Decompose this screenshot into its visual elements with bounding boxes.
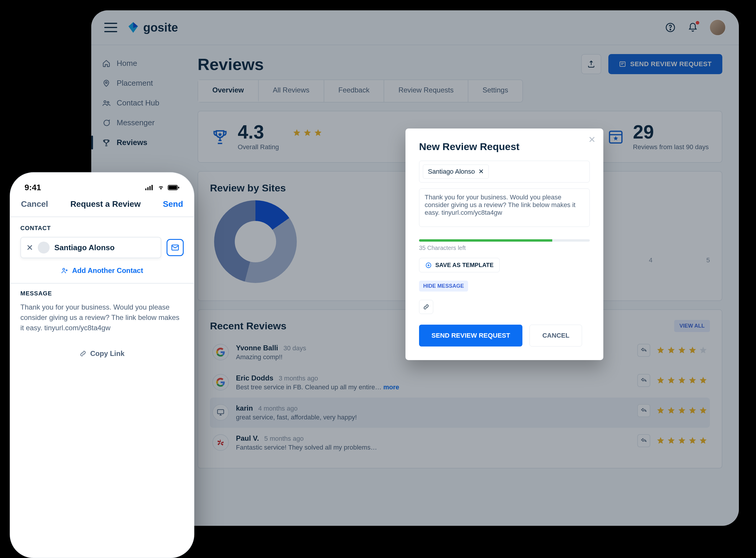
phone-mock: 9:41 Cancel Request a Review Send CONTAC… [10,172,194,558]
email-channel-toggle[interactable] [166,239,184,256]
new-review-request-modal: ✕ New Review Request Santiago Alonso ✕ T… [406,128,603,360]
save-as-template-label: SAVE AS TEMPLATE [435,262,493,269]
mail-icon [171,243,180,252]
copy-link-button[interactable]: Copy Link [20,350,184,358]
svg-rect-9 [145,188,147,190]
save-as-template-button[interactable]: SAVE AS TEMPLATE [419,258,500,272]
link-icon [423,304,429,310]
modal-cancel-button[interactable]: CANCEL [529,325,582,347]
phone-nav: Cancel Request a Review Send [10,195,194,217]
svg-point-17 [63,268,65,270]
status-bar: 9:41 [10,173,194,195]
battery-icon [168,185,180,191]
svg-rect-14 [168,186,177,189]
recipient-name: Santiago Alonso [428,168,475,175]
link-icon [79,350,86,357]
message-textarea[interactable]: Thank you for your business. Would you p… [419,188,590,227]
contact-label: CONTACT [20,225,184,232]
chip-remove-icon[interactable]: ✕ [478,168,484,175]
contact-avatar [38,242,50,253]
wifi-icon [157,185,165,191]
recipient-field[interactable]: Santiago Alonso ✕ [419,161,590,182]
svg-rect-15 [178,187,179,188]
contact-name: Santiago Alonso [54,243,114,252]
hide-message-button[interactable]: HIDE MESSAGE [419,281,468,291]
phone-title: Request a Review [70,199,140,209]
recipient-chip[interactable]: Santiago Alonso ✕ [423,164,489,179]
characters-left: 35 Characters left [419,245,590,251]
phone-cancel-button[interactable]: Cancel [21,199,48,209]
person-plus-icon [61,267,69,274]
remove-contact-icon[interactable]: ✕ [26,243,33,253]
phone-time: 9:41 [25,183,41,192]
contact-card[interactable]: ✕ Santiago Alonso [20,237,161,258]
copy-link-button[interactable] [419,300,433,314]
modal-title: New Review Request [419,141,590,152]
add-another-contact-button[interactable]: Add Another Contact [20,267,184,275]
plus-circle-icon [425,262,432,269]
close-icon[interactable]: ✕ [588,134,596,145]
message-label: MESSAGE [20,290,184,297]
svg-rect-10 [147,187,149,190]
svg-rect-11 [150,186,151,190]
add-another-label: Add Another Contact [72,267,143,275]
phone-message-text[interactable]: Thank you for your business. Would you p… [20,302,184,333]
modal-send-button[interactable]: SEND REVIEW REQUEST [419,325,522,347]
char-meter [419,239,590,242]
cellular-icon [145,185,154,190]
svg-rect-12 [152,185,153,190]
phone-send-button[interactable]: Send [163,199,183,209]
copy-link-label: Copy Link [90,350,124,358]
